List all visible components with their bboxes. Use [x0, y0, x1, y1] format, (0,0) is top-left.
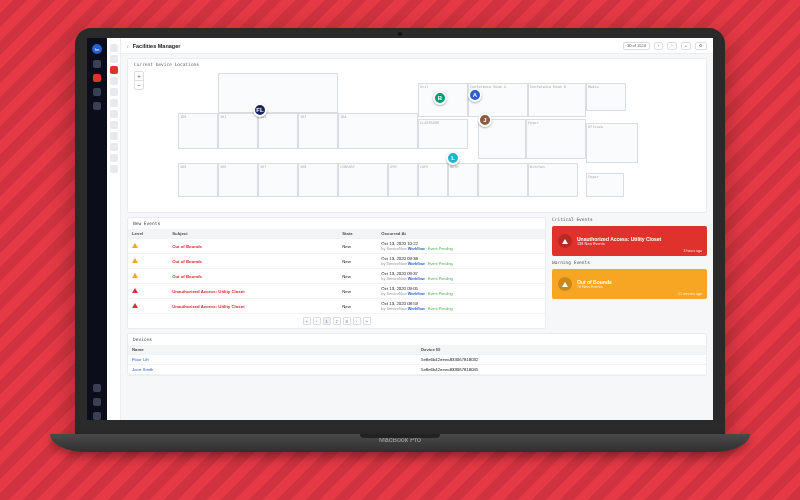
col-name[interactable]: Name	[128, 345, 417, 355]
floor-plan[interactable]: 100 101 102 103 104 105 106 107 108 LIBR…	[178, 73, 658, 201]
rail-item-active[interactable]	[110, 66, 118, 74]
event-occurred: Oct 13, 2020 08:59by ServiceNow Workflow…	[377, 299, 545, 314]
room: Kitchen	[528, 163, 578, 197]
device-name-link[interactable]: Jane Smith	[132, 367, 154, 372]
device-name-link[interactable]: Floor Lift	[132, 357, 149, 362]
event-subject-link[interactable]: Unauthorized Access: Utility Closet	[172, 289, 244, 294]
back-icon[interactable]: ‹	[127, 43, 129, 49]
pager-button[interactable]: ‹	[313, 317, 321, 325]
room: BATH	[448, 163, 478, 197]
room: 103	[298, 113, 338, 149]
marker-avatar[interactable]: J	[478, 113, 492, 127]
room	[478, 163, 528, 197]
nav-icon-alerts[interactable]	[93, 74, 101, 82]
add-button[interactable]: +	[681, 42, 691, 50]
col-subject[interactable]: Subject	[168, 229, 338, 239]
col-occurred[interactable]: Occurred At	[377, 229, 545, 239]
nav-icon-expand[interactable]	[93, 384, 101, 392]
floor-plan-panel: Current Device Locations + − 100 101 102…	[127, 58, 707, 213]
gear-icon[interactable]: ⚙	[695, 42, 707, 50]
nav-icon-settings[interactable]	[93, 398, 101, 406]
next-button[interactable]: ›	[667, 42, 676, 50]
card-ago: 11 minutes ago	[678, 292, 702, 296]
event-subject-link[interactable]: Out of Bounds	[172, 274, 202, 279]
room: 105	[178, 163, 218, 197]
prev-button[interactable]: ‹	[654, 42, 663, 50]
nav-icon-3[interactable]	[93, 88, 101, 96]
room: 101	[218, 113, 258, 149]
col-device-id[interactable]: Device ID	[417, 345, 706, 355]
card-subtitle: 74 New Events	[577, 285, 612, 289]
marker-pin[interactable]: L	[446, 151, 460, 165]
zoom-control: + −	[134, 71, 144, 90]
table-row[interactable]: Out of Bounds New Oct 13, 2020 10:22by S…	[128, 239, 545, 254]
critical-heading: Critical Events	[552, 217, 707, 222]
event-occurred: Oct 13, 2020 09:38by ServiceNow Workflow…	[377, 254, 545, 269]
room: 102	[258, 113, 298, 149]
event-state: New	[338, 239, 377, 254]
table-row[interactable]: Jane Smith 5e8e6b42eeea833067818045	[128, 365, 706, 375]
laptop-base: MacBook Pro	[50, 434, 750, 452]
zoom-out-button[interactable]: −	[135, 80, 143, 89]
rail-item[interactable]	[110, 132, 118, 140]
room: Conference Room B	[528, 83, 586, 117]
rail-item[interactable]	[110, 77, 118, 85]
rail-item[interactable]	[110, 121, 118, 129]
rail-item[interactable]	[110, 143, 118, 151]
device-id: 5e8e6b42eeea833067818032	[417, 355, 706, 365]
zoom-in-button[interactable]: +	[135, 72, 143, 80]
rail-item[interactable]	[110, 44, 118, 52]
room: GYM	[388, 163, 418, 197]
pager-button[interactable]: 1	[323, 317, 331, 325]
room: Foyer	[586, 173, 624, 197]
rail-item[interactable]	[110, 99, 118, 107]
pager-button[interactable]: 3	[343, 317, 351, 325]
table-row[interactable]: Floor Lift 5e8e6b42eeea833067818032	[128, 355, 706, 365]
rail-item[interactable]	[110, 154, 118, 162]
event-subject-link[interactable]: Out of Bounds	[172, 259, 202, 264]
event-occurred: Oct 13, 2020 09:37by ServiceNow Workflow…	[377, 269, 545, 284]
warning-event-card[interactable]: Out of Bounds 74 New Events 11 minutes a…	[552, 269, 707, 299]
rail-item[interactable]	[110, 165, 118, 173]
pager-button[interactable]: 2	[333, 317, 341, 325]
marker-pin[interactable]: B	[433, 91, 447, 105]
room: 108	[298, 163, 338, 197]
events-panel: New Events Level Subject State Occurred …	[127, 217, 546, 329]
table-row[interactable]: Unauthorized Access: Utility Closet New …	[128, 284, 545, 299]
event-state: New	[338, 269, 377, 284]
event-subject-link[interactable]: Unauthorized Access: Utility Closet	[172, 304, 244, 309]
critical-event-card[interactable]: Unauthorized Access: Utility Closet 138 …	[552, 226, 707, 256]
room: CLASSROOM	[418, 119, 468, 149]
pager-button[interactable]: «	[303, 317, 311, 325]
record-pager[interactable]: 10 of 1524	[623, 42, 650, 50]
pager-button[interactable]: »	[363, 317, 371, 325]
col-state[interactable]: State	[338, 229, 377, 239]
rail-item[interactable]	[110, 110, 118, 118]
nav-icon-home[interactable]	[93, 60, 101, 68]
marker-pin[interactable]: A	[468, 88, 482, 102]
device-id: 5e8e6b42eeea833067818045	[417, 365, 706, 375]
event-state: New	[338, 299, 377, 314]
nav-icon-help[interactable]	[93, 412, 101, 420]
rail-item[interactable]	[110, 88, 118, 96]
event-occurred: Oct 13, 2020 09:05by ServiceNow Workflow…	[377, 284, 545, 299]
table-row[interactable]: Unauthorized Access: Utility Closet New …	[128, 299, 545, 314]
pager-button[interactable]: ›	[353, 317, 361, 325]
table-row[interactable]: Out of Bounds New Oct 13, 2020 09:38by S…	[128, 254, 545, 269]
devices-title: Devices	[128, 334, 706, 345]
room: 106	[218, 163, 258, 197]
card-ago: 3 hours ago	[684, 249, 703, 253]
app-logo[interactable]: fm	[92, 44, 102, 54]
room: 107	[258, 163, 298, 197]
table-row[interactable]: Out of Bounds New Oct 13, 2020 09:37by S…	[128, 269, 545, 284]
warning-icon	[132, 258, 138, 263]
room: Foyer	[526, 119, 586, 159]
events-pager: «‹123›»	[128, 314, 545, 328]
col-level[interactable]: Level	[128, 229, 168, 239]
rail-item[interactable]	[110, 55, 118, 63]
nav-icon-4[interactable]	[93, 102, 101, 110]
event-subject-link[interactable]: Out of Bounds	[172, 244, 202, 249]
event-state: New	[338, 254, 377, 269]
marker-pin[interactable]: FL	[253, 103, 267, 117]
event-occurred: Oct 13, 2020 10:22by ServiceNow Workflow…	[377, 239, 545, 254]
